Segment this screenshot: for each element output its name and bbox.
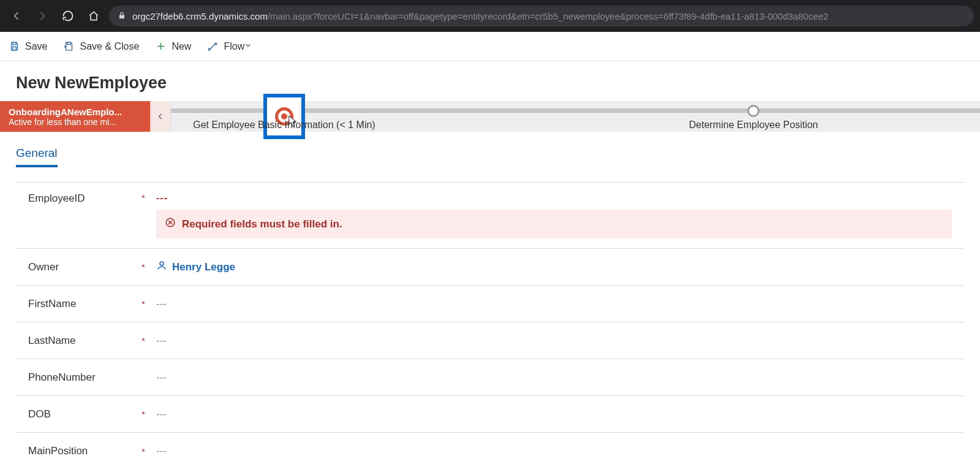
page-header: New NewEmployee <box>0 61 980 101</box>
employee-id-value: --- <box>156 192 952 203</box>
save-close-button[interactable]: Save & Close <box>63 41 139 52</box>
save-close-label: Save & Close <box>80 41 139 52</box>
svg-rect-0 <box>119 15 124 18</box>
required-marker: * <box>141 262 156 272</box>
save-label: Save <box>25 41 47 52</box>
bpf-stage1-label[interactable]: Get Employee Basic Information (< 1 Min) <box>193 120 375 131</box>
required-marker: * <box>141 409 156 419</box>
employee-id-label: EmployeeID <box>28 192 141 205</box>
browser-toolbar: orgc27fdeb6.crm5.dynamics.com/main.aspx?… <box>0 0 980 32</box>
field-phonenumber[interactable]: PhoneNumber --- <box>16 359 964 396</box>
phone-label: PhoneNumber <box>28 371 141 384</box>
url-host: orgc27fdeb6.crm5.dynamics.com <box>132 11 268 21</box>
address-bar[interactable]: orgc27fdeb6.crm5.dynamics.com/main.aspx?… <box>109 6 974 26</box>
field-lastname[interactable]: LastName * --- <box>16 322 964 359</box>
required-marker: * <box>141 192 156 203</box>
url-path: /main.aspx?forceUCI=1&navbar=off&pagetyp… <box>268 11 829 21</box>
position-label: MainPosition <box>28 445 141 457</box>
lastname-value: --- <box>156 335 952 347</box>
bpf-collapse-button[interactable] <box>150 101 171 132</box>
svg-point-7 <box>160 262 164 265</box>
dob-value: --- <box>156 408 952 420</box>
svg-point-4 <box>209 48 211 50</box>
plus-icon <box>155 41 166 52</box>
firstname-value: --- <box>156 298 952 310</box>
field-owner[interactable]: Owner * Henry Legge <box>16 249 964 286</box>
forward-button[interactable] <box>32 6 53 26</box>
save-close-icon <box>63 41 74 52</box>
svg-rect-3 <box>67 42 71 45</box>
field-dob[interactable]: DOB * --- <box>16 396 964 433</box>
required-marker: * <box>141 335 156 346</box>
firstname-label: FirstName <box>28 298 141 310</box>
new-label: New <box>172 41 191 52</box>
position-value: --- <box>156 445 952 457</box>
field-employee-id[interactable]: EmployeeID * --- Required fields must be… <box>16 183 964 249</box>
bpf-bar: OnboardingANewEmplo... Active for less t… <box>0 101 980 132</box>
error-icon <box>165 217 176 231</box>
owner-label: Owner <box>28 261 141 273</box>
bpf-stage2-dot[interactable] <box>747 105 760 117</box>
dob-label: DOB <box>28 408 141 420</box>
home-button[interactable] <box>83 6 104 26</box>
field-firstname[interactable]: FirstName * --- <box>16 286 964 322</box>
svg-rect-2 <box>12 47 16 50</box>
error-text: Required fields must be filled in. <box>182 218 342 230</box>
svg-point-5 <box>215 43 217 45</box>
svg-rect-1 <box>12 42 16 45</box>
required-marker: * <box>141 299 156 309</box>
phone-value: --- <box>156 371 952 384</box>
flow-button[interactable]: Flow <box>207 41 252 52</box>
lock-icon <box>118 11 126 21</box>
tab-general[interactable]: General <box>16 146 58 167</box>
reload-button[interactable] <box>58 6 78 26</box>
bpf-name: OnboardingANewEmplo... <box>9 107 141 117</box>
owner-value: Henry Legge <box>172 261 235 273</box>
person-icon <box>156 260 167 274</box>
bpf-stage2-label[interactable]: Determine Employee Position <box>689 120 818 131</box>
new-button[interactable]: New <box>155 41 191 52</box>
page-title: New NewEmployee <box>16 74 964 93</box>
save-button[interactable]: Save <box>9 41 47 52</box>
lastname-label: LastName <box>28 335 141 347</box>
tab-bar: General <box>0 132 980 167</box>
back-button[interactable] <box>6 6 27 26</box>
form-general: EmployeeID * --- Required fields must be… <box>16 182 964 464</box>
flow-label: Flow <box>224 41 244 52</box>
bpf-track: Get Employee Basic Information (< 1 Min)… <box>171 101 980 132</box>
flow-icon <box>207 41 218 52</box>
validation-error: Required fields must be filled in. <box>156 210 952 238</box>
chevron-down-icon <box>244 41 252 52</box>
bpf-status: Active for less than one mi... <box>9 117 141 127</box>
save-icon <box>9 41 20 52</box>
bpf-current-process[interactable]: OnboardingANewEmplo... Active for less t… <box>0 101 150 132</box>
field-mainposition[interactable]: MainPosition * --- <box>16 433 964 464</box>
owner-lookup[interactable]: Henry Legge <box>156 260 952 274</box>
required-marker: * <box>141 446 156 457</box>
command-bar: Save Save & Close New Flow <box>0 32 980 61</box>
